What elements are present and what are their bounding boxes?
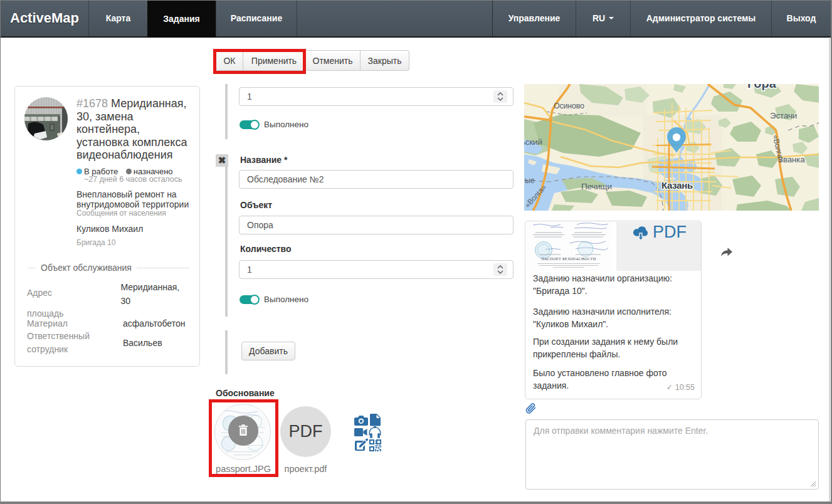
- svg-text:Осиново: Осиново: [554, 102, 584, 110]
- svg-text:ьский: ьский: [524, 137, 542, 147]
- svg-text:Печищи: Печищи: [581, 182, 612, 191]
- svg-text:Эстачи: Эстачи: [770, 111, 797, 120]
- svg-text:Казань: Казань: [661, 180, 693, 191]
- svg-text:Гора: Гора: [747, 84, 777, 90]
- svg-text:ые: ые: [525, 176, 535, 185]
- svg-text:ПАСПОРТ БЕЗОПАСНОСТИ: ПАСПОРТ БЕЗОПАСНОСТИ: [541, 256, 596, 261]
